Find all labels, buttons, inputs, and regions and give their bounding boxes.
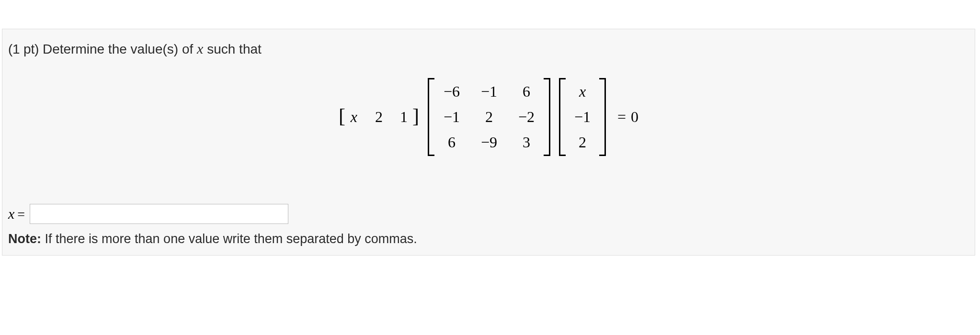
answer-var: x — [8, 206, 14, 222]
matrix-cell-2-2: 3 — [517, 134, 536, 151]
colvec-right-bracket-icon — [599, 78, 606, 156]
matrix-cell-2-1: −9 — [479, 134, 499, 151]
colvec-cells: x −1 2 — [566, 78, 599, 156]
right-bracket-icon: ] — [412, 106, 419, 126]
note-line: Note: If there is more than one value wr… — [8, 232, 970, 246]
matrix-cell-1-1: 2 — [479, 108, 499, 126]
points-label: (1 pt) — [8, 42, 39, 56]
row-entry-0: x — [349, 108, 359, 126]
answer-label: x = — [8, 206, 25, 222]
equals-rhs: = 0 — [617, 108, 638, 126]
variable-x: x — [197, 41, 203, 56]
row-entry-2: 1 — [399, 108, 409, 126]
matrix-cell-0-2: 6 — [517, 83, 536, 100]
answer-input[interactable] — [30, 204, 288, 224]
equals-sign: = — [617, 108, 626, 126]
matrix-left-bracket-icon — [428, 78, 434, 156]
note-bold: Note: — [8, 232, 41, 246]
colvec-entry-1: −1 — [574, 108, 591, 126]
matrix-right-bracket-icon — [544, 78, 550, 156]
answer-row: x = — [8, 204, 970, 224]
rhs-zero: 0 — [631, 108, 638, 126]
row-vector-entries: x 2 1 — [345, 108, 412, 126]
left-bracket-icon: [ — [339, 106, 345, 126]
matrix-cells: −6 −1 6 −1 2 −2 6 −9 3 — [434, 78, 544, 156]
colvec-left-bracket-icon — [559, 78, 566, 156]
colvec-entry-2: 2 — [574, 134, 591, 151]
matrix-cell-0-1: −1 — [479, 83, 499, 100]
row-entry-1: 2 — [374, 108, 384, 126]
colvec-entry-0: x — [574, 83, 591, 100]
matrix-cell-1-2: −2 — [517, 108, 536, 126]
note-text: If there is more than one value write th… — [41, 232, 417, 246]
equation: [ x 2 1 ] −6 −1 6 −1 2 −2 6 −9 3 — [7, 78, 970, 156]
answer-eq: = — [17, 207, 25, 222]
prompt-text-before: Determine the value(s) of — [39, 42, 197, 56]
matrix-cell-0-0: −6 — [442, 83, 461, 100]
matrix-3x3: −6 −1 6 −1 2 −2 6 −9 3 — [428, 78, 550, 156]
problem-container: (1 pt) Determine the value(s) of x such … — [2, 29, 975, 256]
prompt-text-after: such that — [203, 42, 261, 56]
prompt-line: (1 pt) Determine the value(s) of x such … — [8, 41, 970, 57]
matrix-cell-1-0: −1 — [442, 108, 461, 126]
column-vector: x −1 2 — [559, 78, 606, 156]
matrix-cell-2-0: 6 — [442, 134, 461, 151]
row-vector: [ x 2 1 ] — [339, 107, 419, 127]
